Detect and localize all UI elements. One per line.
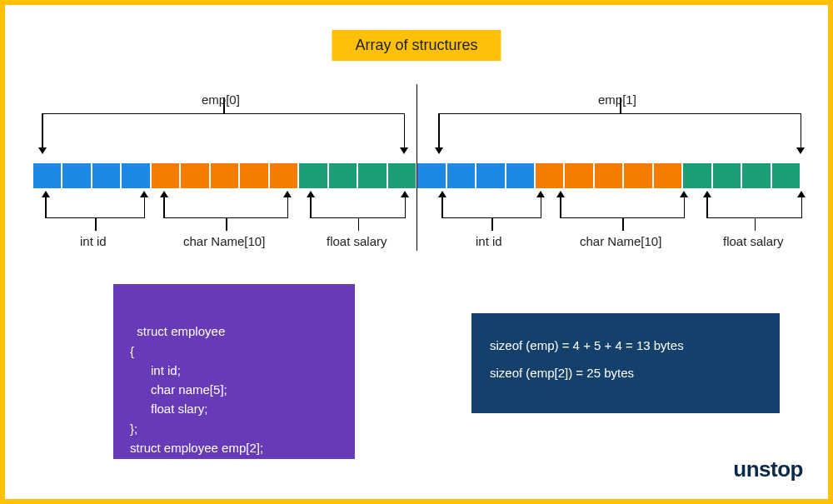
cell-float [358, 163, 386, 188]
bracket-float-0 [310, 217, 406, 218]
bracket-emp0 [42, 113, 405, 114]
label-charname-0: char Name[10] [183, 234, 265, 248]
logo-text: unstop [733, 457, 803, 482]
memory-row [33, 163, 800, 188]
sizeof-line1: sizeof (emp) = 4 + 5 + 4 = 13 bytes [490, 332, 761, 359]
cell-float [329, 163, 357, 188]
label-intid-0: int id [80, 234, 107, 248]
cell-float [772, 163, 800, 188]
cell-int [33, 163, 61, 188]
cell-int [62, 163, 90, 188]
label-float-1: float salary [723, 234, 784, 248]
label-charname-1: char Name[10] [580, 234, 661, 248]
cell-char [595, 163, 622, 188]
code-text: struct employee { int id; char name[5]; … [130, 324, 263, 455]
title-text: Array of structures [355, 37, 477, 53]
cell-float [388, 163, 416, 188]
cell-char [270, 163, 297, 188]
bracket-intid-0 [45, 217, 145, 218]
cell-float [742, 163, 770, 188]
cell-char [624, 163, 651, 188]
label-float-0: float salary [327, 234, 387, 248]
cell-char [536, 163, 563, 188]
cell-int [506, 163, 534, 188]
sizeof-line2: sizeof (emp[2]) = 25 bytes [490, 359, 761, 387]
sizeof-box: sizeof (emp) = 4 + 5 + 4 = 13 bytes size… [471, 313, 780, 413]
bracket-charname-0 [163, 217, 288, 218]
label-intid-1: int id [476, 234, 502, 248]
cell-int [122, 163, 149, 188]
cell-char [565, 163, 592, 188]
bracket-float-1 [706, 217, 802, 218]
cell-int [447, 163, 475, 188]
cell-char [654, 163, 681, 188]
cell-int [476, 163, 504, 188]
bracket-charname-1 [560, 217, 685, 218]
code-box: struct employee { int id; char name[5]; … [113, 284, 355, 459]
bracket-intid-1 [441, 217, 541, 218]
cell-char [240, 163, 267, 188]
label-emp1: emp[1] [598, 92, 636, 107]
bracket-emp1 [438, 113, 801, 114]
cell-float [299, 163, 327, 188]
cell-char [211, 163, 238, 188]
label-emp0: emp[0] [202, 92, 240, 107]
cell-float [683, 163, 711, 188]
cell-char [181, 163, 208, 188]
title-box: Array of structures [332, 30, 501, 61]
cell-float [713, 163, 741, 188]
cell-int [92, 163, 120, 188]
logo: unstop [733, 457, 803, 482]
cell-char [152, 163, 179, 188]
cell-int [417, 163, 445, 188]
